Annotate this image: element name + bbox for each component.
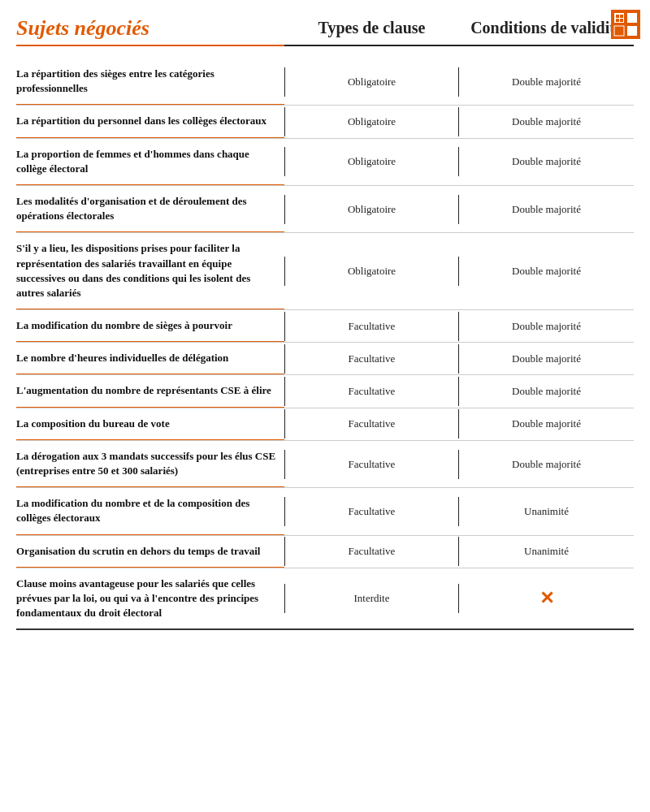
logo-icon [611,10,640,39]
sujet-cell: S'il y a lieu, les dispositions prises p… [16,233,284,309]
condition-cell: Double majorité [459,344,634,374]
type-cell: Obligatoire [284,67,459,97]
type-cell: Facultative [284,344,459,374]
sujet-cell: La proportion de femmes et d'hommes dans… [16,139,284,185]
sujet-cell: La répartition des sièges entre les caté… [16,58,284,105]
table-row: Organisation du scrutin en dehors du tem… [16,536,634,568]
condition-cell: Double majorité [459,257,634,286]
table-row: La répartition du personnel dans les col… [16,106,634,138]
x-mark-icon: ✕ [540,588,554,608]
sujet-cell: La répartition du personnel dans les col… [16,106,284,137]
condition-cell: Unanimité [459,537,634,566]
condition-cell: Double majorité [459,312,634,341]
type-cell: Obligatoire [284,195,459,224]
svg-rect-2 [627,13,637,23]
types-header: Types de clause [284,17,459,46]
svg-rect-5 [616,15,619,18]
sujet-cell: La modification du nombre de sièges à po… [16,310,284,342]
sujet-cell: La composition du bureau de vote [16,408,284,440]
sujets-header: Sujets négociés [16,16,284,46]
condition-cell: ✕ [459,580,634,617]
svg-rect-7 [616,19,619,22]
condition-cell: Double majorité [459,409,634,438]
condition-cell: Double majorité [459,377,634,406]
condition-cell: Double majorité [459,195,634,224]
table-row: La modification du nombre et de la compo… [16,488,634,535]
table-row: La répartition des sièges entre les caté… [16,58,634,106]
table-row: La modification du nombre de sièges à po… [16,310,634,343]
type-cell: Obligatoire [284,107,459,136]
table-row: Le nombre d'heures individuelles de délé… [16,343,634,375]
type-cell: Obligatoire [284,147,459,176]
sujet-cell: La modification du nombre et de la compo… [16,488,284,534]
sujet-cell: Le nombre d'heures individuelles de délé… [16,343,284,374]
logo [611,10,640,39]
condition-cell: Double majorité [459,67,634,97]
condition-cell: Double majorité [459,450,634,479]
table-row: La dérogation aux 3 mandats successifs p… [16,441,634,488]
condition-cell: Double majorité [459,107,634,136]
type-cell: Facultative [284,312,459,341]
svg-rect-8 [620,19,623,22]
table-body: La répartition des sièges entre les caté… [16,58,634,630]
table-row: S'il y a lieu, les dispositions prises p… [16,233,634,310]
table-row: La proportion de femmes et d'hommes dans… [16,139,634,186]
type-cell: Interdite [284,584,459,613]
svg-rect-4 [627,26,637,36]
type-cell: Facultative [284,497,459,526]
condition-cell: Unanimité [459,497,634,526]
table-row: Les modalités d'organisation et de dérou… [16,186,634,233]
table-row: Clause moins avantageuse pour les salari… [16,568,634,631]
type-cell: Facultative [284,537,459,566]
sujet-cell: Organisation du scrutin en dehors du tem… [16,536,284,568]
table-header: Sujets négociés Types de clause Conditio… [16,16,634,54]
sujet-cell: Clause moins avantageuse pour les salari… [16,568,284,629]
table-row: L'augmentation du nombre de représentant… [16,375,634,408]
type-cell: Facultative [284,409,459,438]
table-row: La composition du bureau de voteFacultat… [16,408,634,441]
conditions-header: Conditions de validité [459,17,634,46]
type-cell: Facultative [284,450,459,479]
condition-cell: Double majorité [459,147,634,176]
sujet-cell: La dérogation aux 3 mandats successifs p… [16,441,284,487]
svg-rect-3 [614,26,624,36]
type-cell: Facultative [284,377,459,406]
sujet-cell: Les modalités d'organisation et de dérou… [16,186,284,232]
svg-rect-6 [620,15,623,18]
type-cell: Obligatoire [284,257,459,286]
sujet-cell: L'augmentation du nombre de représentant… [16,375,284,407]
page-content: Sujets négociés Types de clause Conditio… [0,0,650,646]
